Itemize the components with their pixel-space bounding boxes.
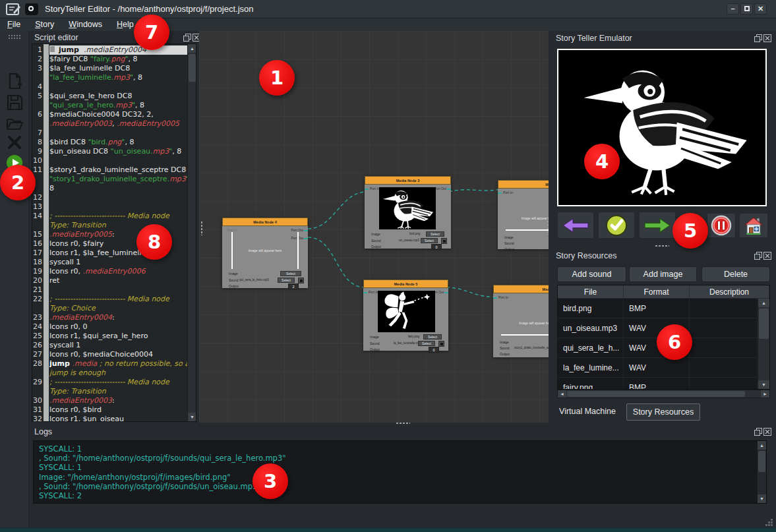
table-row[interactable]: fairy.pngBMP	[558, 378, 758, 389]
port-in[interactable]: Port In	[370, 187, 380, 191]
node-title[interactable]: Media Node 3	[365, 176, 451, 185]
play-sound-icon[interactable]	[298, 278, 304, 283]
code-line[interactable]: 3$la_fee_luminelle DC8	[32, 64, 188, 73]
table-vscrollbar[interactable]: ▲ ▼	[758, 299, 769, 389]
splitter-handle[interactable]	[547, 220, 549, 235]
node-title[interactable]: Media Node 4	[222, 218, 308, 226]
select-image-button[interactable]: Select	[423, 334, 442, 340]
code-line[interactable]: 10	[32, 156, 188, 165]
code-line[interactable]: "la_fee_luminelle.mp3", 8	[32, 73, 188, 82]
menu-item-file[interactable]: File	[0, 18, 28, 31]
code-line[interactable]: 22; --------------------------- Media no…	[32, 295, 188, 304]
close-panel-icon[interactable]	[763, 34, 771, 42]
code-line[interactable]: 19lcons r0, .mediaEntry0006	[32, 267, 188, 276]
float-icon[interactable]	[754, 34, 762, 42]
scroll-thumb[interactable]	[189, 54, 196, 82]
save-button[interactable]	[5, 93, 24, 111]
select-sound-button[interactable]: Select	[418, 341, 435, 346]
close-button[interactable]: ✕	[754, 3, 767, 15]
select-sound-button[interactable]: Select	[278, 278, 295, 283]
scroll-up-icon[interactable]: ▲	[188, 44, 196, 53]
menu-item-story[interactable]: Story	[28, 18, 61, 31]
code-line[interactable]: .mediaEntry0003, .mediaEntry0005	[32, 119, 188, 129]
logs-vscrollbar[interactable]: ▲ ▼	[757, 441, 766, 503]
close-panel-icon[interactable]	[763, 252, 771, 260]
code-line[interactable]: Type: Choice	[32, 304, 188, 313]
code-line[interactable]: "qui_sera_le_hero.mp3", 8	[32, 101, 188, 110]
code-line[interactable]: 5$qui_sera_le_hero DC8	[32, 92, 188, 101]
add-sound-button[interactable]: Add sound	[557, 266, 626, 282]
code-line[interactable]: 2$fairy DC8 "fairy.png", 8	[32, 55, 188, 64]
new-file-button[interactable]	[5, 72, 24, 90]
splitter-handle[interactable]	[655, 245, 669, 247]
script-editor[interactable]: 1jump .mediaEntry00042$fairy DC8 "fairy.…	[32, 44, 196, 422]
scroll-down-icon[interactable]: ▼	[758, 380, 769, 389]
minimize-button[interactable]: –	[727, 3, 739, 15]
table-header[interactable]: File Format Description	[558, 285, 769, 299]
select-image-button[interactable]: Select	[280, 271, 301, 276]
code-line[interactable]: 32lcons r1, $un_oiseau	[32, 415, 188, 422]
code-line[interactable]: 11$story1_drako_luminelle_sceptre DC8	[32, 165, 188, 175]
scroll-thumb[interactable]	[759, 309, 769, 339]
code-line[interactable]: 1jump .mediaEntry0004	[32, 45, 188, 55]
menu-item-windows[interactable]: Windows	[61, 18, 109, 31]
float-icon[interactable]	[754, 428, 762, 436]
title-bar[interactable]: StoryTeller Editor - /home/anthony/ostpr…	[0, 0, 776, 18]
float-icon[interactable]	[183, 34, 191, 42]
scroll-down-icon[interactable]: ▼	[188, 413, 196, 421]
code-line[interactable]: 21	[32, 285, 188, 295]
play-sound-icon[interactable]	[441, 238, 447, 244]
scroll-thumb[interactable]	[567, 391, 745, 397]
scroll-up-icon[interactable]: ▲	[758, 299, 769, 307]
home-button[interactable]	[739, 213, 768, 238]
code-line[interactable]: 8	[32, 184, 188, 193]
window-resize-grip[interactable]	[762, 516, 773, 526]
node-partial-top[interactable]: Media Node Port In Image will appear her…	[498, 180, 549, 249]
tab-virtual-machine[interactable]: Virtual Machine	[551, 403, 624, 421]
maximize-button[interactable]	[740, 3, 753, 15]
splitter-handle[interactable]	[200, 221, 203, 235]
previous-button[interactable]	[557, 212, 594, 239]
scroll-left-icon[interactable]: ◄	[558, 390, 566, 398]
code-line[interactable]: 25lcons r1, $qui_sera_le_hero	[32, 332, 188, 341]
code-line[interactable]: 24lcons r0, 0	[32, 322, 188, 332]
code-line[interactable]: 28jump .media ; no return possible, so a	[32, 359, 188, 369]
table-hscrollbar[interactable]: ◄ ►	[557, 390, 770, 398]
code-line[interactable]: jump is enough	[32, 369, 188, 378]
code-line[interactable]: 31lcons r0, $bird	[32, 405, 188, 415]
scroll-right-icon[interactable]: ►	[761, 390, 769, 398]
splitter-handle[interactable]	[396, 422, 410, 425]
node-title[interactable]: Media Node 5	[363, 280, 448, 288]
code-line[interactable]: 7	[32, 129, 188, 138]
node-graph-canvas[interactable]: Media Node 4 Port In Port Out Port Out I…	[199, 31, 549, 423]
code-line[interactable]: 30.mediaEntry0003:	[32, 396, 188, 405]
table-row[interactable]: la_fee_lumine...WAV	[558, 358, 758, 378]
code-line[interactable]: 4	[32, 82, 188, 92]
delete-button[interactable]: Delete	[701, 266, 770, 282]
editor-vscrollbar[interactable]: ▲ ▼	[187, 44, 196, 421]
code-line[interactable]: 20ret	[32, 276, 188, 285]
close-project-button[interactable]	[5, 133, 24, 152]
port-out[interactable]: Port Out	[434, 187, 446, 191]
logs-output[interactable]: SYSCALL: 1, Sound: "/home/anthony/ostpro…	[33, 440, 767, 504]
scroll-thumb[interactable]	[758, 451, 765, 472]
float-icon[interactable]	[754, 252, 762, 260]
node-title[interactable]: Media Node 6	[493, 285, 549, 293]
code-line[interactable]: 9$un_oiseau DC8 "un_oiseau.mp3", 8	[32, 147, 188, 156]
play-sound-icon[interactable]	[438, 341, 444, 347]
select-sound-button[interactable]: Select	[421, 238, 438, 243]
node-title[interactable]: Media Node	[498, 180, 549, 189]
close-panel-icon[interactable]	[763, 428, 771, 436]
open-folder-button[interactable]	[5, 114, 24, 133]
code-line[interactable]: 13	[32, 202, 188, 212]
code-line[interactable]: 27lcons r0, $mediaChoice0004	[32, 350, 188, 359]
add-image-button[interactable]: Add image	[629, 266, 697, 282]
scroll-down-icon[interactable]: ▼	[758, 494, 766, 503]
code-line[interactable]: 12	[32, 193, 188, 202]
code-line[interactable]: 26syscall 1	[32, 341, 188, 350]
next-button[interactable]	[639, 212, 676, 239]
ok-button[interactable]	[598, 212, 635, 239]
select-image-button[interactable]: Select	[426, 231, 444, 237]
code-line[interactable]: 8$bird DC8 "bird.png", 8	[32, 138, 188, 147]
code-line[interactable]: 23.mediaEntry0004:	[32, 313, 188, 322]
